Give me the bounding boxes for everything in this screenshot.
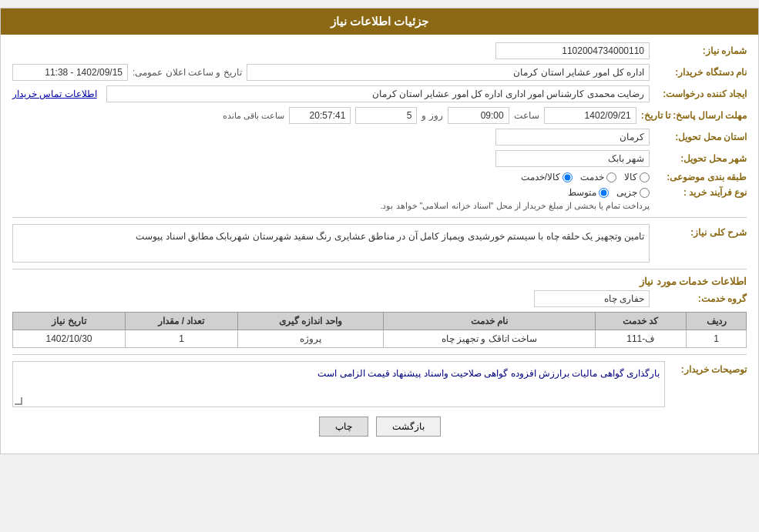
process-type-label: نوع فرآیند خرید :: [654, 187, 747, 198]
response-date-value: 1402/09/21: [544, 107, 636, 124]
col-code: کد خدمت: [595, 313, 687, 330]
cell-name: ساخت اتاقک و تجهیز چاه: [384, 330, 595, 348]
narration-label: شرح کلی نیاز:: [654, 224, 747, 238]
page-title: جزئیات اطلاعات نیاز: [1, 8, 758, 35]
divider-3: [12, 354, 747, 355]
cell-date: 1402/10/30: [13, 330, 126, 348]
col-quantity: تعداد / مقدار: [126, 313, 238, 330]
service-group-value: حفاری چاه: [534, 290, 650, 307]
cell-quantity: 1: [126, 330, 238, 348]
process-label-motavasset: متوسط: [568, 187, 596, 198]
creator-label: ایجاد کننده درخواست:: [654, 89, 747, 99]
category-option-khedmat[interactable]: خدمت: [580, 172, 616, 182]
col-date: تاریخ نیاز: [13, 313, 126, 330]
print-button[interactable]: چاپ: [319, 417, 368, 437]
buttons-row: بازگشت چاپ: [12, 417, 747, 437]
delivery-province-label: استان محل تحویل:: [654, 132, 747, 142]
category-radio-khedmat[interactable]: [606, 172, 616, 182]
category-label-kala: کالا: [624, 172, 637, 182]
category-option-kala[interactable]: کالا: [624, 172, 650, 182]
buyer-notes-box[interactable]: بارگذاری گواهی مالیات برارزش افزوده گواه…: [12, 361, 665, 407]
delivery-province-value: کرمان: [495, 129, 650, 146]
process-option-motavasset[interactable]: متوسط: [568, 187, 609, 198]
col-name: نام خدمت: [384, 313, 595, 330]
service-group-label: گروه خدمت:: [654, 293, 747, 304]
response-remaining-label: ساعت باقی مانده: [223, 111, 284, 121]
col-unit: واحد اندازه گیری: [237, 313, 383, 330]
narration-text: تامین وتجهیز یک حلقه چاه با سیستم خورشید…: [12, 224, 650, 263]
col-index: ردیف: [687, 313, 747, 330]
response-time-value: 09:00: [448, 107, 509, 124]
buyer-org-label: نام دستگاه خریدار:: [654, 67, 747, 78]
announce-date-value: 1402/09/15 - 11:38: [12, 64, 128, 81]
cell-code: ف-111: [595, 330, 687, 348]
process-radio-motavasset[interactable]: [599, 188, 609, 198]
need-number-label: شماره نیاز:: [654, 45, 747, 56]
delivery-city-label: شهر محل تحویل:: [654, 153, 747, 164]
announce-date-label: تاریخ و ساعت اعلان عمومی:: [133, 67, 242, 78]
need-number-value: 1102004734000110: [495, 42, 650, 59]
resize-handle: [15, 397, 22, 405]
category-label-kala-khedmat: کالا/خدمت: [521, 172, 560, 182]
process-option-jozi[interactable]: جزیی: [616, 187, 650, 198]
category-label: طبقه بندی موضوعی:: [654, 172, 747, 182]
cell-index: 1: [687, 330, 747, 348]
category-radio-kala[interactable]: [640, 172, 650, 182]
cell-unit: پروژه: [237, 330, 383, 348]
category-label-khedmat: خدمت: [580, 172, 604, 182]
services-section-title: اطلاعات خدمات مورد نیاز: [12, 276, 747, 287]
buyer-notes-text: بارگذاری گواهی مالیات برارزش افزوده گواه…: [317, 368, 660, 379]
buyer-org-value: اداره کل امور عشایر استان کرمان: [247, 64, 650, 81]
process-radio-jozi[interactable]: [640, 188, 650, 198]
response-deadline-label: مهلت ارسال پاسخ: تا تاریخ:: [641, 110, 747, 121]
contact-link[interactable]: اطلاعات تماس خریدار: [12, 89, 97, 99]
divider-2: [12, 269, 747, 269]
response-time-label: ساعت: [514, 110, 539, 121]
table-row: 1 ف-111 ساخت اتاقک و تجهیز چاه پروژه 1 1…: [13, 330, 747, 348]
category-option-kala-khedmat[interactable]: کالا/خدمت: [521, 172, 573, 182]
category-radio-group: کالا خدمت کالا/خدمت: [521, 172, 650, 182]
response-days-value: 5: [355, 107, 417, 124]
divider-1: [12, 217, 747, 218]
delivery-city-value: شهر بابک: [495, 150, 650, 167]
category-radio-kala-khedmat[interactable]: [563, 172, 573, 182]
process-radio-group: جزیی متوسط: [380, 187, 650, 198]
creator-value: رضایت محمدی کارشناس امور اداری اداره کل …: [106, 85, 650, 102]
back-button[interactable]: بازگشت: [376, 417, 441, 437]
services-table: ردیف کد خدمت نام خدمت واحد اندازه گیری ت…: [12, 312, 747, 348]
buyer-notes-label: توصیحات خریدار:: [670, 361, 747, 375]
process-note: پرداخت تمام یا بخشی از مبلغ خریدار از مح…: [380, 201, 650, 211]
response-day-label: روز و: [421, 110, 442, 121]
process-label-jozi: جزیی: [616, 187, 637, 198]
response-remaining-value: 20:57:41: [289, 107, 351, 124]
